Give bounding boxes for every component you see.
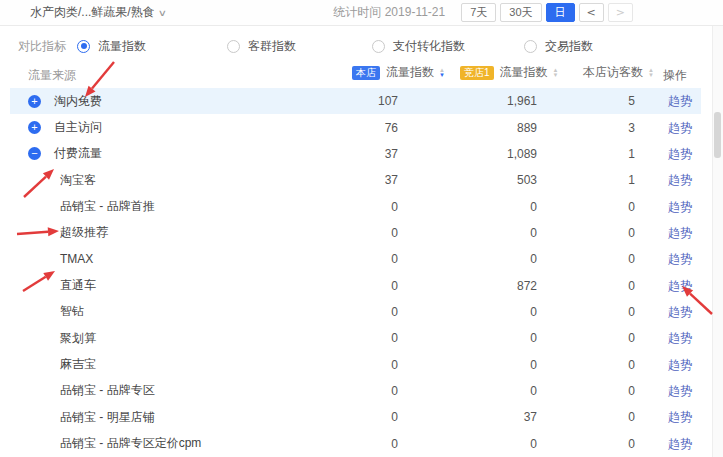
column-self-index: 本店 流量指数 ▲▼ bbox=[352, 64, 445, 81]
table-row[interactable]: + 自主访问 76 889 3 趋势 bbox=[10, 114, 701, 140]
self-index-value: 0 bbox=[391, 279, 398, 293]
trend-link[interactable]: 趋势 bbox=[668, 435, 692, 452]
radio-unselected-icon bbox=[227, 40, 240, 53]
source-cell: 聚划算 bbox=[60, 325, 96, 351]
table-row[interactable]: − 付费流量 37 1,089 1 趋势 bbox=[10, 141, 701, 167]
column-visitors-label: 本店访客数 bbox=[583, 64, 643, 81]
sort-comp-index[interactable]: ▲▼ bbox=[553, 68, 559, 78]
trend-link[interactable]: 趋势 bbox=[668, 382, 692, 399]
expand-icon[interactable]: + bbox=[28, 95, 41, 108]
trend-link[interactable]: 趋势 bbox=[668, 330, 692, 347]
column-visitors: 本店访客数 ▲▼ bbox=[583, 64, 654, 81]
column-self-metric-label: 流量指数 bbox=[386, 64, 434, 81]
trend-link[interactable]: 趋势 bbox=[668, 172, 692, 189]
trend-link[interactable]: 趋势 bbox=[668, 198, 692, 215]
trend-link[interactable]: 趋势 bbox=[668, 251, 692, 268]
prev-date-button[interactable]: < bbox=[579, 3, 604, 22]
page: { "topbar": { "breadcrumb": "水产肉类/...鲜蔬果… bbox=[0, 0, 723, 457]
source-cell: 淘宝客 bbox=[60, 167, 96, 193]
source-cell: 品销宝 - 品牌首推 bbox=[60, 193, 155, 219]
competitor-index-value: 872 bbox=[517, 279, 537, 293]
table-row[interactable]: 智钻 0 0 0 趋势 bbox=[10, 299, 701, 325]
row-label: 智钻 bbox=[60, 303, 84, 320]
table-row[interactable]: 品销宝 - 明星店铺 0 37 0 趋势 bbox=[10, 404, 701, 430]
column-competitor-index: 竞店1 流量指数 ▲▼ bbox=[460, 64, 559, 81]
self-index-value: 0 bbox=[391, 226, 398, 240]
radio-label: 流量指数 bbox=[98, 38, 146, 55]
visitors-value: 0 bbox=[628, 331, 635, 345]
competitor-index-value: 0 bbox=[530, 252, 537, 266]
category-breadcrumb-dropdown[interactable]: 水产肉类/...鲜蔬果/熟食 ∨ bbox=[30, 4, 165, 21]
source-cell: TMAX bbox=[60, 246, 93, 272]
range-day-button[interactable]: 日 bbox=[546, 3, 575, 22]
chevron-down-icon: ∨ bbox=[157, 8, 166, 18]
source-cell: − 付费流量 bbox=[28, 141, 102, 167]
radio-label: 支付转化指数 bbox=[393, 38, 465, 55]
source-cell: 品销宝 - 明星店铺 bbox=[60, 404, 155, 430]
collapse-icon[interactable]: − bbox=[28, 147, 41, 160]
table-row[interactable]: 品销宝 - 品牌首推 0 0 0 趋势 bbox=[10, 193, 701, 219]
self-index-value: 37 bbox=[385, 173, 398, 187]
competitor-index-value: 503 bbox=[517, 173, 537, 187]
self-index-value: 0 bbox=[391, 200, 398, 214]
sort-visitors[interactable]: ▲▼ bbox=[648, 68, 654, 78]
competitor-index-value: 889 bbox=[517, 121, 537, 135]
radio-traffic-index[interactable]: 流量指数 bbox=[77, 38, 227, 55]
table-header: 流量来源 本店 流量指数 ▲▼ 竞店1 流量指数 ▲▼ 本店访客数 ▲▼ 操作 bbox=[10, 58, 701, 88]
table-body: + 淘内免费 107 1,961 5 趋势 + 自主访问 76 889 3 趋势… bbox=[10, 88, 701, 457]
row-label: 付费流量 bbox=[54, 145, 102, 162]
range-7d-button[interactable]: 7天 bbox=[461, 3, 496, 22]
column-source-label: 流量来源 bbox=[28, 67, 76, 84]
self-index-value: 0 bbox=[391, 358, 398, 372]
competitor-index-value: 0 bbox=[530, 200, 537, 214]
table-row[interactable]: 直通车 0 872 0 趋势 bbox=[10, 272, 701, 298]
trend-link[interactable]: 趋势 bbox=[668, 119, 692, 136]
sort-desc-icon: ▼ bbox=[648, 73, 654, 78]
row-label: 直通车 bbox=[60, 277, 96, 294]
next-date-button[interactable]: > bbox=[608, 3, 633, 22]
competitor-index-value: 37 bbox=[524, 410, 537, 424]
trend-link[interactable]: 趋势 bbox=[668, 145, 692, 162]
radio-customer-index[interactable]: 客群指数 bbox=[227, 38, 372, 55]
trend-link[interactable]: 趋势 bbox=[668, 93, 692, 110]
self-index-value: 0 bbox=[391, 384, 398, 398]
self-index-value: 0 bbox=[391, 331, 398, 345]
competitor-index-value: 0 bbox=[530, 358, 537, 372]
table-row[interactable]: TMAX 0 0 0 趋势 bbox=[10, 246, 701, 272]
trend-link[interactable]: 趋势 bbox=[668, 356, 692, 373]
table-row[interactable]: 麻吉宝 0 0 0 趋势 bbox=[10, 351, 701, 377]
sort-desc-icon: ▼ bbox=[553, 73, 559, 78]
radio-label: 交易指数 bbox=[545, 38, 593, 55]
sort-desc-icon: ▼ bbox=[439, 73, 445, 78]
trend-link[interactable]: 趋势 bbox=[668, 277, 692, 294]
trend-link[interactable]: 趋势 bbox=[668, 303, 692, 320]
competitor-index-value: 0 bbox=[530, 437, 537, 451]
table-row[interactable]: 超级推荐 0 0 0 趋势 bbox=[10, 220, 701, 246]
range-30d-button[interactable]: 30天 bbox=[500, 3, 541, 22]
table-row[interactable]: 品销宝 - 品牌专区定价cpm 0 0 0 趋势 bbox=[10, 430, 701, 456]
sort-self-index[interactable]: ▲▼ bbox=[439, 68, 445, 78]
visitors-value: 0 bbox=[628, 305, 635, 319]
filter-group-label: 对比指标 bbox=[18, 38, 66, 55]
table-row[interactable]: 聚划算 0 0 0 趋势 bbox=[10, 325, 701, 351]
radio-trade-index[interactable]: 交易指数 bbox=[524, 38, 593, 55]
radio-label: 客群指数 bbox=[248, 38, 296, 55]
scrollbar-thumb[interactable] bbox=[714, 112, 721, 158]
table-row[interactable]: + 淘内免费 107 1,961 5 趋势 bbox=[10, 88, 701, 114]
competitor-index-value: 0 bbox=[530, 226, 537, 240]
trend-link[interactable]: 趋势 bbox=[668, 409, 692, 426]
self-index-value: 0 bbox=[391, 252, 398, 266]
visitors-value: 5 bbox=[628, 94, 635, 108]
visitors-value: 0 bbox=[628, 384, 635, 398]
visitors-value: 1 bbox=[628, 147, 635, 161]
visitors-value: 0 bbox=[628, 252, 635, 266]
table-row[interactable]: 品销宝 - 品牌专区 0 0 0 趋势 bbox=[10, 378, 701, 404]
radio-conversion-index[interactable]: 支付转化指数 bbox=[372, 38, 524, 55]
self-index-value: 0 bbox=[391, 305, 398, 319]
table-row[interactable]: 淘宝客 37 503 1 趋势 bbox=[10, 167, 701, 193]
expand-icon[interactable]: + bbox=[28, 121, 41, 134]
radio-unselected-icon bbox=[524, 40, 537, 53]
competitor-index-value: 1,089 bbox=[507, 147, 537, 161]
radio-selected-icon bbox=[77, 40, 90, 53]
trend-link[interactable]: 趋势 bbox=[668, 224, 692, 241]
